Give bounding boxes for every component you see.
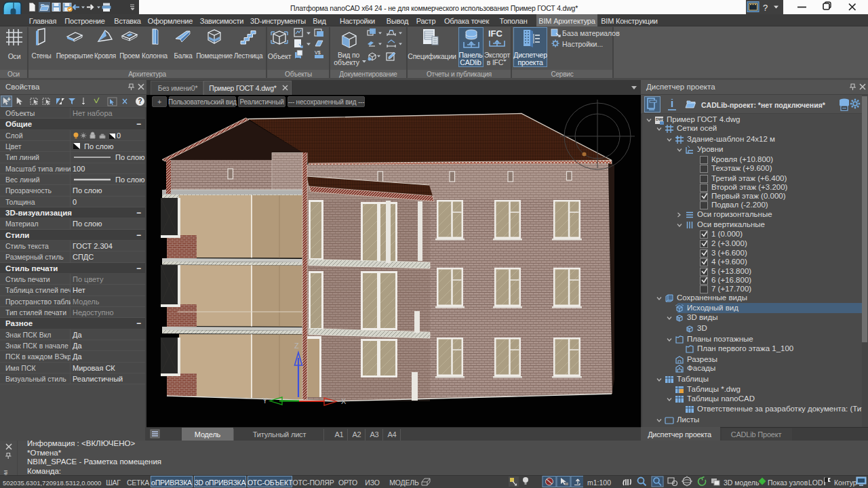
svg-text:?: ?	[763, 3, 768, 13]
svg-text:V$: V$	[315, 50, 321, 55]
svg-text:+: +	[7, 97, 10, 102]
svg-text:Y: Y	[262, 396, 268, 405]
svg-text:Z: Z	[294, 342, 299, 350]
svg-text:DWG: DWG	[656, 117, 664, 121]
svg-text:X: X	[341, 397, 347, 405]
svg-text:IFC: IFC	[488, 28, 503, 39]
